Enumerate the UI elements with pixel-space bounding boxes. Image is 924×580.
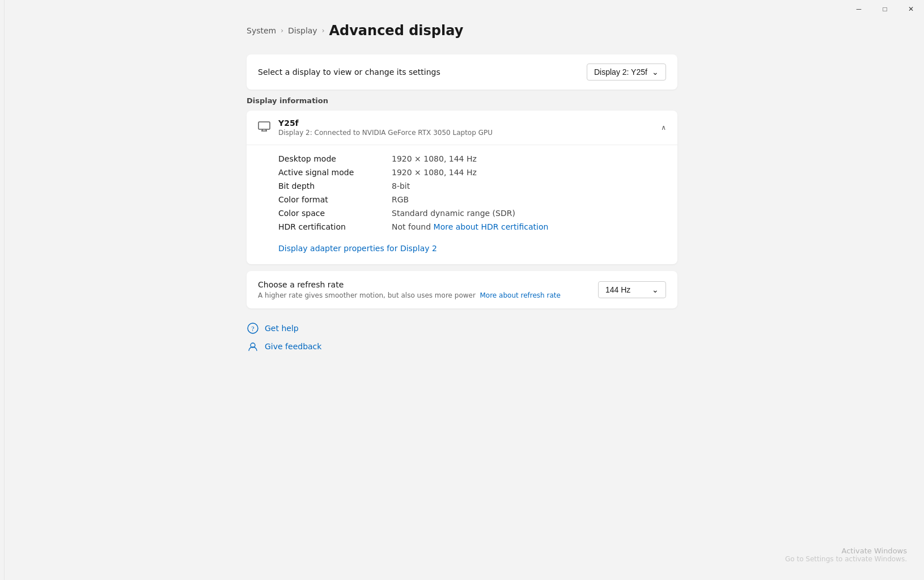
display-info-panel: Y25f Display 2: Connected to NVIDIA GeFo… xyxy=(247,111,677,264)
get-help-icon: ? xyxy=(247,322,259,335)
give-feedback-row[interactable]: Give feedback xyxy=(247,340,677,353)
table-row: HDR certification Not found More about H… xyxy=(278,220,666,234)
info-value-color-format: RGB xyxy=(392,195,409,204)
info-key-desktop-mode: Desktop mode xyxy=(278,154,392,163)
svg-text:?: ? xyxy=(251,325,254,333)
info-table: Desktop mode 1920 × 1080, 144 Hz Active … xyxy=(247,145,677,264)
activate-windows: Activate Windows Go to Settings to activ… xyxy=(785,547,907,563)
breadcrumb-current: Advanced display xyxy=(329,23,463,39)
info-key-signal-mode: Active signal mode xyxy=(278,168,392,177)
info-value-color-space: Standard dynamic range (SDR) xyxy=(392,209,515,218)
refresh-rate-value: 144 Hz xyxy=(605,285,630,294)
activate-title: Activate Windows xyxy=(785,547,907,555)
refresh-rate-title: Choose a refresh rate xyxy=(258,280,561,289)
breadcrumb-sep2: › xyxy=(322,27,325,35)
help-section: ? Get help Give feedback xyxy=(247,322,677,353)
display-selector-dropdown[interactable]: Display 2: Y25f ⌄ xyxy=(587,63,666,81)
adapter-properties-link[interactable]: Display adapter properties for Display 2 xyxy=(278,244,437,253)
display-selector-chevron: ⌄ xyxy=(652,67,659,77)
close-button[interactable]: ✕ xyxy=(898,0,924,18)
display-header[interactable]: Y25f Display 2: Connected to NVIDIA GeFo… xyxy=(247,111,677,145)
info-key-bit-depth: Bit depth xyxy=(278,181,392,190)
get-help-row[interactable]: ? Get help xyxy=(247,322,677,335)
get-help-link[interactable]: Get help xyxy=(265,324,299,333)
refresh-rate-link[interactable]: More about refresh rate xyxy=(480,291,561,299)
display-name: Y25f xyxy=(278,118,493,128)
display-subtitle: Display 2: Connected to NVIDIA GeForce R… xyxy=(278,129,493,137)
refresh-rate-subtitle: A higher rate gives smoother motion, but… xyxy=(258,291,561,299)
table-row: Active signal mode 1920 × 1080, 144 Hz xyxy=(278,166,666,179)
svg-rect-0 xyxy=(258,122,270,129)
table-row: Color format RGB xyxy=(278,193,666,206)
refresh-rate-chevron: ⌄ xyxy=(652,285,659,294)
monitor-icon xyxy=(258,121,270,134)
hdr-cert-link[interactable]: More about HDR certification xyxy=(434,222,549,231)
title-bar: ─ □ ✕ xyxy=(846,0,924,18)
info-value-signal-mode: 1920 × 1080, 144 Hz xyxy=(392,168,477,177)
adapter-link-row: Display adapter properties for Display 2 xyxy=(278,237,666,255)
info-value-desktop-mode: 1920 × 1080, 144 Hz xyxy=(392,154,477,163)
refresh-rate-panel: Choose a refresh rate A higher rate give… xyxy=(247,271,677,308)
info-value-bit-depth: 8-bit xyxy=(392,181,410,190)
main-content: System › Display › Advanced display Sele… xyxy=(122,0,802,375)
table-row: Color space Standard dynamic range (SDR) xyxy=(278,206,666,220)
maximize-button[interactable]: □ xyxy=(872,0,898,18)
info-key-hdr-cert: HDR certification xyxy=(278,222,392,231)
table-row: Bit depth 8-bit xyxy=(278,179,666,193)
refresh-label-block: Choose a refresh rate A higher rate give… xyxy=(258,280,561,299)
display-selector-panel: Select a display to view or change its s… xyxy=(247,54,677,90)
display-info-section-title: Display information xyxy=(247,96,677,105)
breadcrumb: System › Display › Advanced display xyxy=(247,23,677,39)
sidebar-strip xyxy=(0,0,5,580)
give-feedback-link[interactable]: Give feedback xyxy=(265,342,321,351)
breadcrumb-display[interactable]: Display xyxy=(288,26,317,35)
display-name-block: Y25f Display 2: Connected to NVIDIA GeFo… xyxy=(278,118,493,137)
breadcrumb-sep1: › xyxy=(281,27,283,35)
display-header-left: Y25f Display 2: Connected to NVIDIA GeFo… xyxy=(258,118,493,137)
display-collapse-chevron[interactable]: ∧ xyxy=(661,124,666,132)
minimize-button[interactable]: ─ xyxy=(846,0,872,18)
selector-label: Select a display to view or change its s… xyxy=(258,67,440,77)
breadcrumb-system[interactable]: System xyxy=(247,26,276,35)
table-row: Desktop mode 1920 × 1080, 144 Hz xyxy=(278,152,666,166)
refresh-rate-dropdown[interactable]: 144 Hz ⌄ xyxy=(598,281,666,298)
give-feedback-icon xyxy=(247,340,259,353)
info-key-color-format: Color format xyxy=(278,195,392,204)
activate-subtitle: Go to Settings to activate Windows. xyxy=(785,555,907,563)
display-selector-value: Display 2: Y25f xyxy=(594,67,647,77)
info-key-color-space: Color space xyxy=(278,209,392,218)
info-value-hdr-cert: Not found More about HDR certification xyxy=(392,222,548,231)
